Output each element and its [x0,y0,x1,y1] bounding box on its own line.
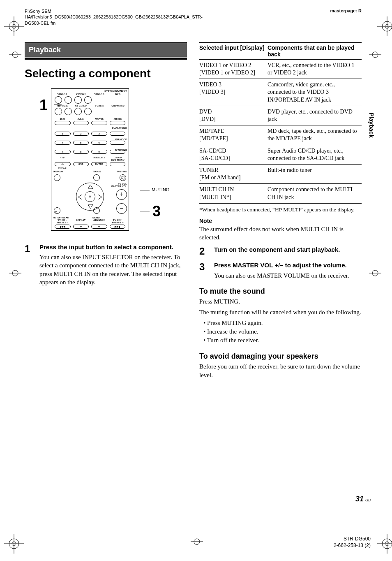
table-cell: MULTI CH IN [MULTI IN*] [199,184,267,203]
table-cell: VIDEO 3 [VIDEO 3] [199,79,267,106]
muting-label: MUTING [117,170,127,173]
clear-label: CLEAR [53,167,71,169]
num-1-button[interactable]: 1 [55,132,71,136]
btn-label: MD/TAPE [53,104,71,107]
step-3-body: You can also use MASTER VOLUME on the re… [214,271,362,280]
twoch-button[interactable] [55,121,71,125]
table-cell: SA-CD/CD [SA-CD/CD] [199,145,267,164]
tools-button[interactable] [93,174,100,181]
return-exit-label: RETURN/EXIT [53,216,69,219]
afd-button[interactable] [73,121,89,125]
fm-mode-button[interactable] [110,141,126,145]
avoid-body: Before you turn off the receiver, be sur… [199,362,362,379]
num-6-button[interactable]: 6 [91,141,107,145]
table-cell: DVD [DVD] [199,106,267,125]
num-2-button[interactable]: 2 [73,132,89,136]
table-cell: MD/TAPE [MD/TAPE] [199,125,267,145]
menu-label: MENU [92,216,100,219]
muting-button[interactable] [120,174,126,181]
btn-label: VIDEO 3 [90,93,108,95]
table-cell: MD deck, tape deck, etc., connected to t… [267,125,362,145]
step-1-body: You can also use INPUT SELECTOR on the r… [39,253,187,286]
vol-plus-button[interactable]: + [116,189,127,200]
list-item: Increase the volume. [203,327,362,336]
callout-3: 3 [152,203,161,220]
music-button[interactable] [110,121,126,125]
model-block: STR-DG5002-662-258-13 (2) [334,536,371,549]
sacdcd-button[interactable] [65,108,72,115]
svg-marker-27 [88,185,93,189]
num-5-button[interactable]: 5 [73,141,89,145]
table-cell: Built-in radio tuner [267,164,362,183]
callout-1: 1 [39,97,48,114]
preset-next-button[interactable]: ▶▶▮ [110,225,126,229]
zero-ten-button[interactable]: 0/10 [73,162,89,166]
page-lang: GB [365,498,371,502]
mute-bullets: Press MUTING again.Increase the volume.T… [199,319,362,345]
tenplus-button[interactable]: -/-- [55,162,71,166]
movie-button[interactable] [91,121,107,125]
mdtape-button[interactable] [55,108,62,115]
advance-label: ADVANCE [90,219,108,224]
table-cell: Component connected to the MULTI CH IN j… [267,184,362,203]
num-4-button[interactable]: 4 [55,141,71,145]
tuner-button[interactable] [74,108,82,115]
video3-button[interactable] [74,96,82,104]
reg-mark-r1 [369,51,380,62]
replay-button[interactable]: ↩ [73,225,89,229]
dvd-button[interactable] [84,96,92,104]
table-cell: Super Audio CD/CD player, etc., connecte… [267,145,362,164]
video1-button[interactable] [55,96,62,104]
dpad-area: DISPLAY TOOLS MUTING TV VOLMASTER VOL + … [51,170,129,216]
display-button[interactable] [54,174,60,181]
table-cell: VIDEO 1 or VIDEO 2 [VIDEO 1 or VIDEO 2] [199,59,267,79]
table-cell: VCR, etc., connected to the VIDEO 1 or V… [267,59,362,79]
dvd-menu-button[interactable] [110,162,126,166]
step-3-head: Press MASTER VOL +/– to adjust the volum… [214,261,362,269]
tools-label: TOOLS [92,170,101,173]
enter-button[interactable]: ENTER [91,162,107,166]
mute-p1: Press MUTING. [199,297,362,306]
num-8-button[interactable]: 8 [73,150,89,154]
dual-mono-button[interactable] [110,132,126,136]
num-9-button[interactable]: 9 [91,150,107,154]
dpad-center[interactable]: ⊕ [85,191,95,202]
mute-heading: To mute the sound [199,287,362,296]
table-footnote: *When headphone is connected, “HP MULTI”… [199,206,362,213]
advance-button[interactable]: ↪ [91,225,107,229]
dpad[interactable]: ⊕ [76,183,104,211]
btn-label: DVD [108,93,127,95]
video2-button[interactable] [65,96,72,104]
btn-label: TUNER [90,104,108,107]
replay-label: REPLAY [71,219,90,224]
th-components: Components that can be played back [267,42,362,59]
vol-minus-button[interactable]: − [116,203,127,214]
page-number: 31 [355,495,364,503]
btn-label: SA-CD/CD [71,104,90,107]
reg-mark-l2 [9,269,20,280]
return-button[interactable]: ↶ [54,207,60,214]
preset-prev-button[interactable]: ▮◀◀ [55,225,71,229]
tv-vol-label: TV VOLMASTER VOL [111,183,127,188]
callout-line-3 [140,211,150,211]
menu-button[interactable] [93,207,100,214]
callout-line-1 [54,104,62,104]
crop-mark-br [377,534,388,545]
dual-mono-label: DUAL MONO [112,127,127,129]
svg-marker-28 [88,204,93,209]
num-3-button[interactable]: 3 [91,132,107,136]
mute-p2: The muting function will be canceled whe… [199,308,362,316]
section-tag: Playback [25,42,187,57]
num-7-button[interactable]: 7 [55,150,71,154]
btn-label: 2CH [53,118,71,120]
system-standby-label: SYSTEM STANDBY [51,89,129,92]
btn-label: VIDEO 1 [53,93,71,95]
avoid-heading: To avoid damaging your speakers [199,352,362,361]
table-cell: TUNER [FM or AM band] [199,164,267,183]
d-tuning-label: D.TUNING [115,149,127,151]
tvch-plus-label: TV CH +PRESET + [108,219,127,224]
crop-mark-tl [4,16,15,27]
ampmenu-button[interactable] [84,108,92,115]
btn-label: A.F.D. [71,118,90,120]
reg-mark-l1 [9,51,20,62]
